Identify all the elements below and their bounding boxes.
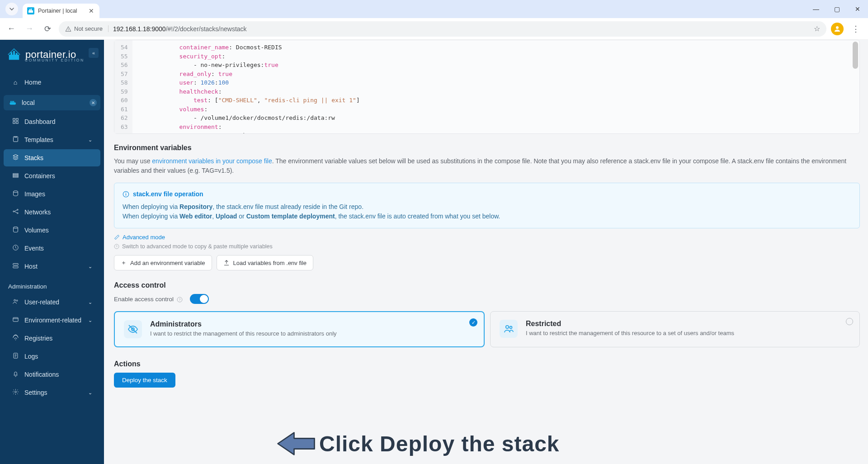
editor-code[interactable]: container_name: Docmost-REDIS security_o… bbox=[132, 40, 859, 133]
sidebar-item-networks[interactable]: Networks bbox=[4, 204, 100, 221]
brand-row: portainer.io COMMUNITY EDITION « bbox=[0, 40, 104, 66]
sidebar-collapse-button[interactable]: « bbox=[89, 48, 99, 58]
svg-rect-16 bbox=[16, 118, 18, 120]
sidebar-item-host[interactable]: Host⌄ bbox=[4, 258, 100, 275]
environment-header[interactable]: local ✕ bbox=[4, 95, 100, 110]
svg-rect-14 bbox=[13, 101, 14, 102]
svg-rect-18 bbox=[16, 122, 18, 123]
editor-scrollbar[interactable] bbox=[853, 42, 858, 132]
sidebar-item-label: User-related bbox=[24, 298, 59, 306]
svg-point-24 bbox=[13, 211, 14, 212]
option-desc: I want to restrict the management of thi… bbox=[526, 330, 734, 336]
sidebar-item-label: Environment-related bbox=[24, 317, 81, 324]
access-option-restricted[interactable]: Restricted I want to restrict the manage… bbox=[490, 311, 860, 347]
help-icon[interactable]: ? bbox=[177, 297, 183, 303]
option-title: Administrators bbox=[150, 320, 337, 328]
profile-avatar[interactable] bbox=[831, 23, 844, 35]
svg-point-31 bbox=[14, 299, 15, 301]
sidebar-item-containers[interactable]: Containers bbox=[4, 167, 100, 185]
networks-icon bbox=[12, 208, 19, 216]
window-maximize-button[interactable]: ▢ bbox=[826, 0, 847, 18]
window-close-button[interactable]: ✕ bbox=[847, 0, 868, 18]
sidebar-item-label: Settings bbox=[24, 389, 47, 396]
svg-rect-8 bbox=[11, 52, 13, 55]
svg-rect-38 bbox=[126, 194, 126, 196]
sidebar-item-logs[interactable]: Logs bbox=[4, 348, 100, 365]
administration-heading: Administration bbox=[0, 276, 104, 293]
sidebar-item-environment-related[interactable]: Environment-related⌄ bbox=[4, 312, 100, 329]
nav-forward-button[interactable]: → bbox=[23, 22, 36, 36]
sidebar-item-volumes[interactable]: Volumes bbox=[4, 222, 100, 239]
sidebar-item-user-related[interactable]: User-related⌄ bbox=[4, 294, 100, 311]
environment-close-icon[interactable]: ✕ bbox=[90, 99, 97, 106]
sidebar-item-registries[interactable]: Registries bbox=[4, 330, 100, 347]
svg-point-26 bbox=[17, 213, 18, 214]
load-env-file-button[interactable]: Load variables from .env file bbox=[217, 255, 314, 270]
sidebar-item-events[interactable]: Events bbox=[4, 240, 100, 257]
url-text: 192.168.1.18:9000/#!/2/docker/stacks/new… bbox=[113, 25, 247, 33]
svg-point-39 bbox=[126, 193, 127, 194]
sidebar-item-settings[interactable]: Settings⌄ bbox=[4, 384, 100, 401]
svg-rect-22 bbox=[13, 176, 18, 177]
info-box-title: stack.env file operation bbox=[123, 189, 851, 199]
sidebar-item-label: Stacks bbox=[24, 154, 43, 161]
sidebar-item-label: Containers bbox=[24, 172, 55, 180]
sidebar-item-home[interactable]: ⌂ Home bbox=[4, 74, 100, 90]
svg-rect-15 bbox=[13, 118, 14, 120]
chevron-down-icon: ⌄ bbox=[88, 299, 92, 305]
env-vars-title: Environment variables bbox=[114, 144, 860, 152]
svg-text:?: ? bbox=[179, 298, 181, 301]
tab-close-icon[interactable]: ✕ bbox=[89, 7, 94, 14]
address-bar[interactable]: Not secure 192.168.1.18:9000/#!/2/docker… bbox=[59, 21, 826, 37]
nav-back-button[interactable]: ← bbox=[5, 22, 18, 36]
access-option-administrators[interactable]: Administrators I want to restrict the ma… bbox=[114, 311, 485, 347]
svg-rect-2 bbox=[29, 9, 30, 10]
advanced-mode-link[interactable]: Advanced mode bbox=[123, 234, 165, 241]
browser-tab[interactable]: Portainer | local ✕ bbox=[23, 4, 99, 18]
add-env-var-button[interactable]: ＋ Add an environment variable bbox=[114, 255, 212, 270]
env-vars-docs-link[interactable]: environment variables in your compose fi… bbox=[152, 157, 272, 165]
access-control-title: Access control bbox=[114, 281, 860, 289]
svg-point-46 bbox=[506, 326, 509, 328]
nav-reload-button[interactable]: ⟳ bbox=[41, 22, 54, 36]
svg-point-47 bbox=[510, 327, 512, 329]
chevron-down-icon: ⌄ bbox=[88, 390, 92, 396]
logs-icon bbox=[12, 352, 19, 360]
sidebar-item-notifications[interactable]: Notifications bbox=[4, 366, 100, 383]
sidebar-item-images[interactable]: Images bbox=[4, 185, 100, 203]
selected-check-icon: ✓ bbox=[469, 318, 477, 327]
svg-rect-30 bbox=[13, 266, 18, 268]
registries-icon bbox=[12, 334, 19, 342]
sidebar-item-dashboard[interactable]: Dashboard bbox=[4, 113, 100, 130]
svg-rect-13 bbox=[12, 101, 13, 102]
browser-tab-strip: Portainer | local ✕ — ▢ ✕ bbox=[0, 0, 868, 18]
access-control-toggle[interactable] bbox=[190, 294, 209, 304]
compose-editor[interactable]: 545556575859606162636465 container_name:… bbox=[114, 40, 860, 134]
window-controls: — ▢ ✕ bbox=[806, 0, 868, 18]
editor-scrollbar-thumb[interactable] bbox=[853, 42, 858, 69]
arrow-left-icon bbox=[276, 428, 316, 459]
window-minimize-button[interactable]: — bbox=[806, 0, 826, 18]
not-secure-chip[interactable]: Not secure bbox=[65, 25, 108, 32]
annotation-text: Click Deploy the stack bbox=[319, 431, 560, 456]
browser-menu-button[interactable]: ⋮ bbox=[848, 24, 863, 34]
svg-point-27 bbox=[13, 227, 18, 228]
deploy-stack-button[interactable]: Deploy the stack bbox=[114, 373, 175, 388]
advanced-mode-hint: ? Switch to advanced mode to copy & past… bbox=[114, 243, 860, 250]
svg-rect-20 bbox=[13, 174, 18, 175]
sidebar-item-stacks[interactable]: Stacks bbox=[4, 149, 100, 166]
browser-toolbar: ← → ⟳ Not secure 192.168.1.18:9000/#!/2/… bbox=[0, 18, 868, 40]
main-content[interactable]: 545556575859606162636465 container_name:… bbox=[104, 40, 868, 464]
bookmark-star-icon[interactable]: ☆ bbox=[814, 24, 820, 33]
svg-rect-3 bbox=[31, 9, 32, 10]
advanced-mode-row[interactable]: Advanced mode bbox=[114, 234, 860, 241]
tutorial-annotation: Click Deploy the stack bbox=[276, 428, 560, 459]
host-icon bbox=[12, 262, 19, 270]
svg-rect-12 bbox=[10, 101, 11, 102]
containers-icon bbox=[12, 172, 19, 180]
portainer-logo-icon bbox=[7, 48, 21, 62]
sidebar-item-templates[interactable]: Templates⌄ bbox=[4, 131, 100, 148]
tab-search-button[interactable] bbox=[5, 3, 18, 15]
sidebar-item-label: Networks bbox=[24, 208, 51, 216]
notifications-icon bbox=[12, 370, 19, 379]
